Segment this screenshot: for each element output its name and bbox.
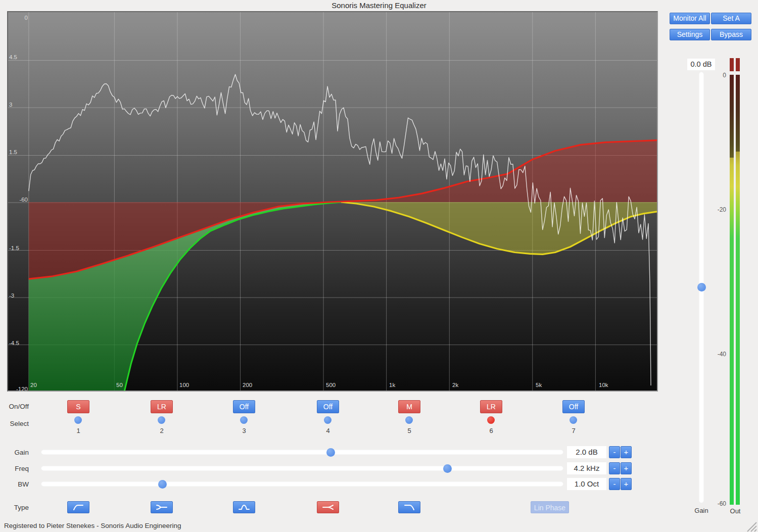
meter-over-indicator <box>730 58 734 71</box>
freq-scale-label: 2k <box>452 382 458 388</box>
onoff-row-label: On/Off <box>0 403 29 410</box>
gain-scale-label: 1.5 <box>9 149 17 155</box>
freq-slider-label: Freq <box>0 465 29 472</box>
lin-phase-button[interactable]: Lin Phase <box>531 501 569 513</box>
band-3-number-label: 3 <box>239 427 249 434</box>
spectrum-scale-label: -60 <box>8 197 28 203</box>
sonoris-mastering-equalizer-window: { "title": "Sonoris Mastering Equalizer"… <box>0 0 758 532</box>
select-row-label: Select <box>0 420 29 427</box>
freq-scale-label: 500 <box>326 382 336 388</box>
band-6-onoff-button[interactable]: LR <box>480 400 502 413</box>
type-row-label: Type <box>0 504 29 511</box>
gain-slider-track[interactable] <box>41 450 563 455</box>
out-meter-label: Out <box>724 507 747 515</box>
band-1-onoff-button[interactable]: S <box>67 400 89 413</box>
bw-slider-label: BW <box>0 480 29 488</box>
band-3-select-radio[interactable] <box>240 416 248 424</box>
band-7-select-radio[interactable] <box>570 416 577 424</box>
band-5-onoff-button[interactable]: M <box>398 400 420 413</box>
meter-dim-overlay <box>736 75 740 152</box>
bw-slider-track[interactable] <box>41 481 563 487</box>
gain-fader-label: Gain <box>688 507 715 514</box>
gain-increment-button[interactable]: + <box>621 446 632 458</box>
output-gain-readout: 0.0 dB <box>687 59 715 70</box>
freq-scale-label: 5k <box>536 382 542 388</box>
freq-scale-label: 50 <box>116 382 123 388</box>
gain-slider-knob[interactable] <box>326 448 335 457</box>
band-4-select-radio[interactable] <box>324 416 331 424</box>
bw-increment-button[interactable]: + <box>621 478 632 490</box>
output-gain-fader-knob[interactable] <box>697 283 706 292</box>
meter-scale-label: -40 <box>709 351 726 358</box>
eq-graph[interactable]: 4.531.5-1.5-3-4.50-60-12020501002005001k… <box>7 11 658 392</box>
monitor-all-button[interactable]: Monitor All <box>670 13 710 24</box>
band-2-select-radio[interactable] <box>158 416 165 424</box>
freq-scale-label: 200 <box>243 382 252 388</box>
bell-filter-icon <box>238 502 250 512</box>
meter-dim-overlay <box>730 75 734 158</box>
band-4-number-label: 4 <box>323 427 333 434</box>
freq-value-box[interactable]: 4.2 kHz <box>567 462 606 474</box>
band-6-select-radio[interactable] <box>487 416 495 424</box>
gain-scale-label: -3 <box>9 293 14 299</box>
freq-scale-label: 10k <box>599 382 608 388</box>
registration-text: Registered to Pieter Stenekes - Sonoris … <box>4 522 181 529</box>
band-5-select-radio[interactable] <box>405 416 413 424</box>
gain-scale-label: 4.5 <box>9 54 17 60</box>
lowshelf-filter-icon <box>156 502 168 512</box>
bypass-button[interactable]: Bypass <box>711 29 751 40</box>
freq-increment-button[interactable]: + <box>621 462 632 474</box>
meter-scale-label: -20 <box>709 206 726 213</box>
bw-slider-knob[interactable] <box>158 480 167 489</box>
meter-over-indicator <box>736 58 740 71</box>
freq-slider-track[interactable] <box>41 466 563 471</box>
meter-scale-label: -60 <box>709 500 726 507</box>
freq-scale-label: 20 <box>30 382 37 388</box>
band-7-onoff-button[interactable]: Off <box>562 400 585 413</box>
highpass-filter-icon <box>72 502 84 512</box>
band-4-onoff-button[interactable]: Off <box>317 400 339 413</box>
eq-curves-canvas <box>8 12 657 391</box>
freq-slider-knob[interactable] <box>443 464 452 473</box>
freq-scale-label: 100 <box>179 382 189 388</box>
gain-scale-label: 3 <box>9 102 12 108</box>
band-6-number-label: 6 <box>486 427 496 434</box>
band-7-number-label: 7 <box>568 427 579 434</box>
lowpass-filter-type-button[interactable] <box>398 501 420 513</box>
highshelf-filter-type-button[interactable] <box>317 501 339 513</box>
highshelf-filter-icon <box>322 502 334 512</box>
gain-scale-label: -4.5 <box>9 340 19 346</box>
bw-value-box[interactable]: 1.0 Oct <box>567 478 606 490</box>
lowshelf-filter-type-button[interactable] <box>151 501 173 513</box>
gain-value-box[interactable]: 2.0 dB <box>567 446 606 458</box>
plugin-title: Sonoris Mastering Equalizer <box>0 1 758 10</box>
bell-filter-type-button[interactable] <box>233 501 255 513</box>
band-3-onoff-button[interactable]: Off <box>233 400 255 413</box>
lowpass-filter-icon <box>403 502 415 512</box>
resize-grip-icon[interactable] <box>745 520 757 532</box>
freq-scale-label: 1k <box>389 382 395 388</box>
gain-scale-label: -1.5 <box>9 245 19 251</box>
band-5-number-label: 5 <box>404 427 414 434</box>
spectrum-scale-label: -120 <box>8 386 28 392</box>
band-1-select-radio[interactable] <box>74 416 82 424</box>
band-2-number-label: 2 <box>157 427 167 434</box>
spectrum-scale-label: 0 <box>8 15 28 21</box>
gain-decrement-button[interactable]: - <box>609 446 620 458</box>
bw-decrement-button[interactable]: - <box>609 478 620 490</box>
settings-button[interactable]: Settings <box>670 29 710 40</box>
gain-slider-label: Gain <box>0 449 29 456</box>
freq-decrement-button[interactable]: - <box>609 462 620 474</box>
highpass-filter-type-button[interactable] <box>67 501 89 513</box>
meter-scale-label: 0 <box>709 72 726 79</box>
band-2-onoff-button[interactable]: LR <box>151 400 173 413</box>
band-1-number-label: 1 <box>73 427 83 434</box>
set-a-button[interactable]: Set A <box>711 13 751 24</box>
